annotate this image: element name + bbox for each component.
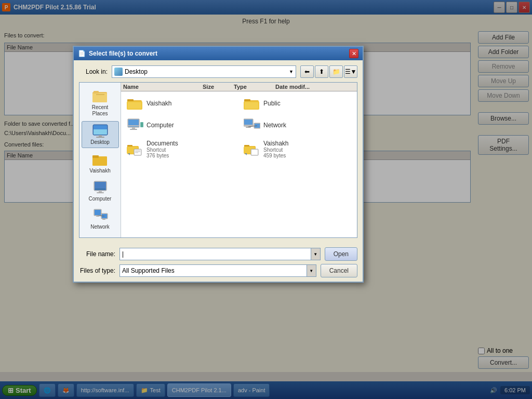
shortcut-desktop[interactable]: Desktop [82,121,119,148]
lookin-value: Desktop [125,68,148,75]
folder-icon-vaishakh [127,96,143,111]
filetype-input-wrapper: All Supported Files ▼ [119,264,316,277]
desktop-label: Desktop [90,139,110,145]
filename-dropdown[interactable]: ▼ [311,248,321,260]
file-item-computer[interactable]: Computer [123,115,238,135]
shortcut-computer[interactable]: Computer [82,178,119,204]
svg-rect-43 [246,127,251,128]
svg-rect-59 [251,150,258,155]
filename-row: File name: ▼ Open [79,247,357,261]
vaishakh-folder-icon [92,152,109,167]
new-folder-button[interactable]: 📁 [329,65,343,78]
vaishakh-shortcut-info: Vaishakh Shortcut 459 bytes [263,140,288,158]
network-icon-small [92,208,109,223]
svg-rect-51 [135,150,141,155]
file-grid-headers: Name Size Type Date modif... [121,83,357,91]
dialog-close-button[interactable]: ✕ [349,49,358,58]
filename-input[interactable] [119,248,311,260]
cancel-button[interactable]: Cancel [321,264,357,277]
svg-rect-15 [97,192,104,193]
svg-rect-35 [132,127,135,129]
svg-rect-2 [94,91,99,94]
dialog-body: Look in: Desktop ▼ ⬅ ⬆ 📁 ☰▼ [74,60,363,243]
filetype-row: Files of type: All Supported Files ▼ Can… [79,264,357,277]
svg-rect-18 [95,210,101,215]
vaishakh-label: Vaishakh [89,168,110,174]
file-item-vaishakh-folder[interactable]: Vaishakh [123,94,238,113]
computer-info: Computer [147,122,174,129]
documents-info: Documents Shortcut 376 bytes [147,140,178,158]
svg-rect-6 [94,125,107,129]
network-label: Network [90,224,110,230]
shortcut-network[interactable]: Network [82,206,119,232]
svg-rect-34 [128,125,139,126]
svg-rect-23 [102,219,105,220]
filename-label: File name: [79,250,115,258]
recent-places-icon [92,89,109,103]
toolbar-buttons: ⬅ ⬆ 📁 ☰▼ [300,65,357,78]
svg-rect-22 [96,216,99,217]
view-button[interactable]: ☰▼ [344,65,357,78]
svg-rect-3 [96,94,104,95]
computer-icon [127,118,143,132]
network-file-icon [244,118,260,132]
svg-rect-11 [92,155,99,158]
shortcuts-panel: Recent Places Desktop [79,83,121,237]
open-button[interactable]: Open [325,247,357,261]
lookin-label: Look in: [79,68,108,75]
computer-label: Computer [89,196,112,202]
svg-rect-36 [130,129,137,130]
file-item-network[interactable]: Network [240,115,355,135]
lookin-arrow-icon: ▼ [289,69,294,74]
filename-input-wrapper: ▼ [119,248,321,260]
vaishakh-shortcut-icon [244,142,260,156]
svg-rect-7 [99,135,102,137]
col-date: Date modif... [275,84,355,90]
filetype-dropdown[interactable]: ▼ [307,264,316,277]
computer-icon-small [92,180,109,195]
desktop-icon [92,124,109,138]
svg-rect-8 [96,137,104,138]
svg-rect-14 [99,191,102,192]
network-info: Network [263,122,286,129]
dialog-overlay: 📄 Select file(s) to convert ✕ Look in: D… [0,0,532,399]
col-size: Size [203,84,234,90]
svg-rect-27 [128,102,141,109]
col-type: Type [234,84,275,90]
shortcut-recent-places[interactable]: Recent Places [82,87,119,119]
documents-icon [127,142,143,156]
svg-rect-16 [95,189,105,190]
svg-rect-31 [245,102,258,109]
svg-rect-41 [244,125,253,126]
filetype-display: All Supported Files [119,264,307,277]
svg-rect-38 [141,123,143,127]
file-item-documents[interactable]: Documents Shortcut 376 bytes [123,137,238,161]
recent-places-label: Recent Places [84,104,117,117]
select-files-dialog: 📄 Select file(s) to convert ✕ Look in: D… [73,46,364,283]
dialog-title-icon: 📄 [78,50,86,57]
public-info: Public [263,100,281,107]
col-name: Name [123,84,203,90]
dialog-titlebar: 📄 Select file(s) to convert ✕ [74,47,363,60]
lookin-row: Look in: Desktop ▼ ⬅ ⬆ 📁 ☰▼ [79,65,357,78]
up-button[interactable]: ⬆ [315,65,328,78]
shortcut-vaishakh[interactable]: Vaishakh [82,150,119,176]
dialog-title: Select file(s) to convert [89,50,157,57]
lookin-desktop-icon [114,68,123,76]
back-button[interactable]: ⬅ [300,65,314,78]
file-browser: Recent Places Desktop [79,82,357,238]
file-grid: Vaishakh Public [121,91,357,237]
lookin-combo[interactable]: Desktop ▼ [112,65,296,78]
folder-icon-public [244,96,260,111]
file-item-vaishakh-shortcut[interactable]: Vaishakh Shortcut 459 bytes [240,137,355,161]
filetype-value: All Supported Files [122,267,175,274]
file-item-public-folder[interactable]: Public [240,94,355,113]
filetype-label: Files of type: [79,267,115,274]
vaishakh-info: Vaishakh [147,100,171,107]
dialog-bottom: File name: ▼ Open Files of type: All Sup… [74,243,363,282]
